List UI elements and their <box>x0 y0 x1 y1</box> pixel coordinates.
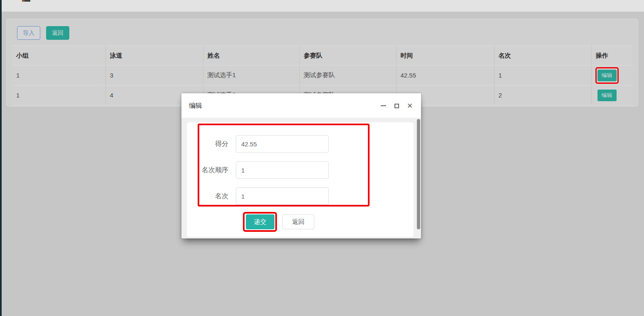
rank-order-label: 名次顺序 <box>198 166 236 175</box>
col-header-lane: 泳道 <box>105 46 203 66</box>
dialog-title: 编辑 <box>189 102 202 110</box>
submit-button[interactable]: 递交 <box>246 214 274 229</box>
cell-team: 测试参赛队 <box>299 66 396 85</box>
form-row-rank-order: 名次顺序 <box>198 161 370 179</box>
cell-actions: 编辑 <box>591 85 633 105</box>
minimize-icon <box>381 105 386 106</box>
window-edge-strip <box>0 0 2 316</box>
score-label: 得分 <box>198 140 236 148</box>
col-header-actions: 操作 <box>591 46 633 66</box>
close-icon: ✕ <box>407 102 413 109</box>
browser-tab-fragment <box>22 0 30 2</box>
import-button[interactable]: 导入 <box>17 26 40 40</box>
edit-row-button[interactable]: 编辑 <box>597 90 617 101</box>
col-header-group: 小组 <box>12 46 105 66</box>
maximize-button[interactable] <box>394 103 399 109</box>
window-controls: ✕ <box>380 93 413 118</box>
dialog-titlebar: 编辑 ✕ <box>181 93 421 118</box>
table-header-row: 小组 泳道 姓名 参赛队 时间 名次 操作 <box>12 46 633 66</box>
rank-input[interactable] <box>236 187 329 205</box>
cell-group: 1 <box>12 66 105 85</box>
cell-time: 42.55 <box>396 66 494 85</box>
toolbar: 导入 返回 <box>17 26 69 40</box>
annotation-box-row-edit: 编辑 <box>597 70 617 81</box>
dialog-back-button[interactable]: 返回 <box>282 214 314 229</box>
form-row-rank: 名次 <box>198 187 370 205</box>
col-header-name: 姓名 <box>203 46 299 66</box>
cell-rank: 1 <box>494 66 591 85</box>
rank-label: 名次 <box>198 192 236 201</box>
edit-row-button[interactable]: 编辑 <box>597 70 617 81</box>
maximize-icon <box>394 104 399 108</box>
cell-lane: 3 <box>105 66 203 85</box>
form-row-score: 得分 <box>198 135 370 153</box>
dialog-scrollbar[interactable] <box>417 119 420 229</box>
col-header-time: 时间 <box>396 46 494 66</box>
rank-order-input[interactable] <box>236 161 329 179</box>
cell-actions: 编辑 <box>591 66 633 85</box>
dialog-actions: 递交 返回 <box>246 214 314 229</box>
edit-dialog: 编辑 ✕ 得分 名次顺序 名次 递交 返回 <box>181 93 421 238</box>
cell-rank: 2 <box>494 85 591 105</box>
cell-group: 1 <box>12 85 105 105</box>
browser-chrome-bar <box>0 0 644 12</box>
close-button[interactable]: ✕ <box>407 103 413 109</box>
score-input[interactable] <box>236 135 329 153</box>
col-header-rank: 名次 <box>494 46 591 66</box>
cell-name: 测试选手1 <box>203 66 299 85</box>
minimize-button[interactable] <box>380 103 386 109</box>
back-button[interactable]: 返回 <box>46 26 69 40</box>
col-header-team: 参赛队 <box>299 46 396 66</box>
table-row: 1 3 测试选手1 测试参赛队 42.55 1 编辑 <box>12 66 633 85</box>
